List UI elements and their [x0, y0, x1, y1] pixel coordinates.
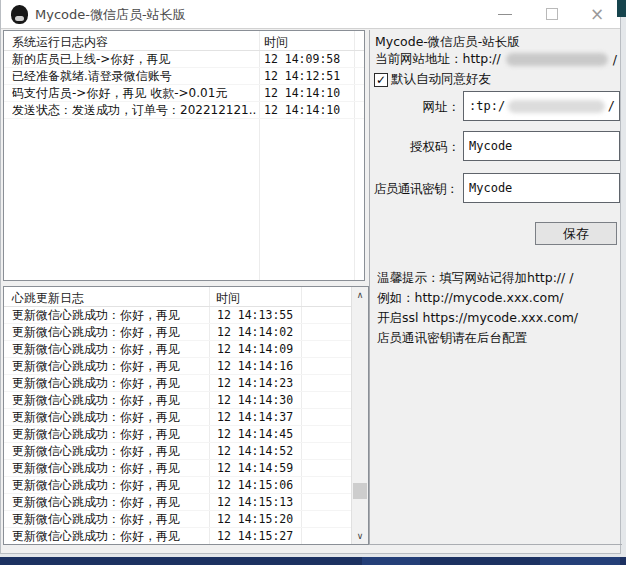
- tip-line: 店员通讯密钥请在后台配置: [377, 328, 620, 348]
- log-message: 已经准备就绪.请登录微信账号: [12, 68, 257, 85]
- log-message: 更新微信心跳成功：你好，再见: [12, 528, 207, 544]
- current-site-suffix: /: [613, 52, 617, 67]
- taskbar-button-fragment: [362, 557, 420, 565]
- settings-title: Mycode-微信店员-站长版: [375, 34, 520, 51]
- auth-code-input[interactable]: [463, 131, 620, 161]
- log-message: 发送状态：发送成功，订单号：202212121...: [12, 102, 257, 119]
- log-row[interactable]: 码支付店员->你好，再见 收款->0.01元 12 14:14:10: [4, 85, 364, 102]
- log-row[interactable]: 已经准备就绪.请登录微信账号 12 14:12:51: [4, 68, 364, 85]
- minimize-button[interactable]: [487, 0, 523, 28]
- scroll-up-icon[interactable]: ∧: [352, 287, 368, 303]
- log-message: 更新微信心跳成功：你好，再见: [12, 460, 207, 477]
- comm-key-field-row: 店员通讯密钥：: [370, 173, 623, 203]
- app-window: Mycode-微信店员-站长版 × 系统运行日志内容 时间 新的店员已上线->你…: [0, 0, 621, 554]
- minimize-icon: [498, 14, 512, 15]
- log-message: 更新微信心跳成功：你好，再见: [12, 358, 207, 375]
- log-row[interactable]: 更新微信心跳成功：你好，再见 12 14:15:27: [4, 528, 351, 544]
- log-time: 12 14:14:52: [217, 443, 293, 460]
- current-site-line: 当前网站地址：http:// /: [375, 51, 617, 68]
- log-row[interactable]: 更新微信心跳成功：你好，再见 12 14:14:02: [4, 324, 351, 341]
- log-row[interactable]: 更新微信心跳成功：你好，再见 12 14:14:30: [4, 392, 351, 409]
- maximize-icon: [546, 8, 558, 20]
- scroll-down-icon[interactable]: ∨: [352, 528, 368, 544]
- taskbar-button-fragment: [540, 557, 620, 565]
- log-message: 更新微信心跳成功：你好，再见: [12, 341, 207, 358]
- heartbeat-log-header: 心跳更新日志 时间: [4, 287, 368, 307]
- system-log-rows: 新的店员已上线->你好，再见 12 14:09:58 已经准备就绪.请登录微信账…: [4, 51, 364, 280]
- log-time: 12 14:15:27: [217, 528, 293, 544]
- taskbar: [0, 557, 626, 565]
- close-icon: ×: [579, 0, 615, 28]
- log-row[interactable]: 更新微信心跳成功：你好，再见 12 14:13:55: [4, 307, 351, 324]
- log-message: 更新微信心跳成功：你好，再见: [12, 307, 207, 324]
- heartbeat-log-rows: 更新微信心跳成功：你好，再见 12 14:13:55 更新微信心跳成功：你好，再…: [4, 307, 351, 544]
- window-title: Mycode-微信店员-站长版: [35, 6, 186, 24]
- log-time: 12 14:14:30: [217, 392, 293, 409]
- log-time: 12 14:14:10: [264, 102, 340, 119]
- log-message: 更新微信心跳成功：你好，再见: [12, 375, 207, 392]
- log-message: 更新微信心跳成功：你好，再见: [12, 426, 207, 443]
- tip-line: 温馨提示：填写网站记得加http:// /: [377, 268, 620, 288]
- settings-panel: Mycode-微信店员-站长版 当前网站地址：http:// / ✓ 默认自动同…: [369, 30, 622, 545]
- log-row[interactable]: 更新微信心跳成功：你好，再见 12 14:14:52: [4, 443, 351, 460]
- log-time: 12 14:09:58: [264, 51, 340, 68]
- url-field-label: 网址：: [370, 99, 460, 116]
- log-message: 更新微信心跳成功：你好，再见: [12, 392, 207, 409]
- log-row[interactable]: 更新微信心跳成功：你好，再见 12 14:14:45: [4, 426, 351, 443]
- log-row[interactable]: 更新微信心跳成功：你好，再见 12 14:14:37: [4, 409, 351, 426]
- auth-code-field-row: 授权码：: [370, 131, 623, 161]
- log-row[interactable]: 更新微信心跳成功：你好，再见 12 14:14:09: [4, 341, 351, 358]
- url-field-row: 网址： :tp:/ /: [370, 91, 623, 121]
- log-row[interactable]: 更新微信心跳成功：你好，再见 12 14:14:59: [4, 460, 351, 477]
- column-header-content[interactable]: 系统运行日志内容: [12, 34, 108, 51]
- current-site-label: 当前网站地址：http://: [375, 51, 501, 68]
- auth-code-label: 授权码：: [370, 139, 460, 156]
- auto-accept-checkbox[interactable]: ✓: [374, 73, 388, 87]
- comm-key-input[interactable]: [463, 173, 620, 203]
- column-header-time[interactable]: 时间: [216, 290, 240, 307]
- vertical-scrollbar[interactable]: ∧ ∨: [351, 287, 368, 544]
- column-header-content[interactable]: 心跳更新日志: [12, 290, 84, 307]
- log-row[interactable]: 更新微信心跳成功：你好，再见 12 14:15:06: [4, 477, 351, 494]
- log-message: 码支付店员->你好，再见 收款->0.01元: [12, 85, 257, 102]
- comm-key-label: 店员通讯密钥：: [368, 181, 458, 198]
- url-input[interactable]: :tp:/ /: [463, 91, 620, 121]
- log-time: 12 14:15:13: [217, 494, 293, 511]
- log-message: 更新微信心跳成功：你好，再见: [12, 324, 207, 341]
- log-time: 12 14:14:09: [217, 341, 293, 358]
- tips-block: 温馨提示：填写网站记得加http:// / 例如：http://mycode.x…: [377, 268, 620, 348]
- log-row[interactable]: 更新微信心跳成功：你好，再见 12 14:14:16: [4, 358, 351, 375]
- scrollbar-thumb[interactable]: [353, 483, 367, 499]
- log-time: 12 14:14:10: [264, 85, 340, 102]
- titlebar: Mycode-微信店员-站长版 ×: [1, 0, 620, 29]
- auto-accept-label: 默认自动同意好友: [391, 71, 491, 88]
- close-button[interactable]: ×: [579, 0, 615, 28]
- tip-line: 例如：http://mycode.xxx.com/: [377, 288, 620, 308]
- log-message: 更新微信心跳成功：你好，再见: [12, 477, 207, 494]
- save-button[interactable]: 保存: [535, 222, 617, 245]
- log-row[interactable]: 更新微信心跳成功：你好，再见 12 14:14:23: [4, 375, 351, 392]
- log-time: 12 14:12:51: [264, 68, 340, 85]
- log-message: 更新微信心跳成功：你好，再见: [12, 443, 207, 460]
- log-message: 更新微信心跳成功：你好，再见: [12, 409, 207, 426]
- log-time: 12 14:14:16: [217, 358, 293, 375]
- system-log-header: 系统运行日志内容 时间: [4, 31, 364, 51]
- heartbeat-log-panel: 心跳更新日志 时间 更新微信心跳成功：你好，再见 12 14:13:55 更新微…: [3, 286, 369, 545]
- system-log-panel: 系统运行日志内容 时间 新的店员已上线->你好，再见 12 14:09:58 已…: [3, 30, 365, 281]
- url-value-suffix: /: [608, 92, 615, 120]
- app-logo-icon: [11, 5, 28, 24]
- auto-accept-friend-row: ✓ 默认自动同意好友: [374, 71, 491, 88]
- log-message: 更新微信心跳成功：你好，再见: [12, 511, 207, 528]
- log-time: 12 14:13:55: [217, 307, 293, 324]
- column-header-time[interactable]: 时间: [264, 34, 288, 51]
- log-row[interactable]: 更新微信心跳成功：你好，再见 12 14:15:13: [4, 494, 351, 511]
- log-time: 12 14:14:45: [217, 426, 293, 443]
- log-time: 12 14:14:23: [217, 375, 293, 392]
- log-time: 12 14:15:06: [217, 477, 293, 494]
- maximize-button[interactable]: [534, 0, 570, 28]
- url-value-prefix: :tp:/: [469, 92, 505, 120]
- log-row[interactable]: 更新微信心跳成功：你好，再见 12 14:15:20: [4, 511, 351, 528]
- log-row[interactable]: 新的店员已上线->你好，再见 12 14:09:58: [4, 51, 364, 68]
- log-time: 12 14:15:20: [217, 511, 293, 528]
- log-row[interactable]: 发送状态：发送成功，订单号：202212121... 12 14:14:10: [4, 102, 364, 119]
